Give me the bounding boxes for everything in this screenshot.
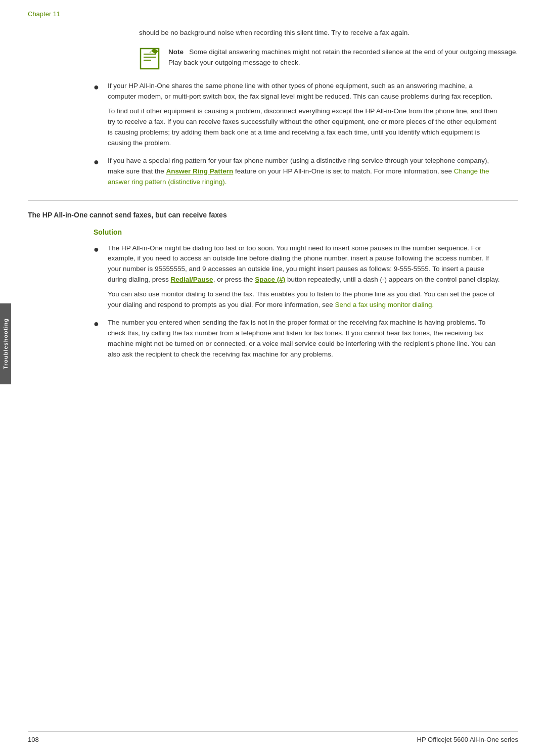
note-icon-wrap: [139, 47, 162, 72]
note-text: Note Some digital answering machines mig…: [168, 47, 518, 68]
solution-bullet2-text: The number you entered when sending the …: [108, 318, 502, 360]
note-icon: [139, 47, 162, 70]
page-footer: 108 HP Officejet 5600 All-in-One series: [28, 731, 518, 743]
solution-bullet1-para2: You can also use monitor dialing to send…: [108, 289, 502, 310]
solution-bullet-dot-1: ●: [94, 243, 104, 256]
bullet-item-2: ● If you have a special ring pattern for…: [94, 156, 518, 188]
bullet-section-2: ● If you have a special ring pattern for…: [28, 156, 518, 188]
bullet1-para1: If your HP All-in-One shares the same ph…: [108, 81, 502, 102]
solution-bullet-section-2: ● The number you entered when sending th…: [28, 318, 518, 360]
bullet-dot-1: ●: [94, 81, 104, 94]
solution-bullet-item-2: ● The number you entered when sending th…: [94, 318, 518, 360]
space-hash-link[interactable]: Space (#): [255, 276, 285, 283]
note-content: Some digital answering machines might no…: [168, 48, 518, 66]
bullet-section-1: ● If your HP All-in-One shares the same …: [28, 81, 518, 149]
footer-page-number: 108: [28, 736, 39, 743]
bullet-content-1: If your HP All-in-One shares the same ph…: [108, 81, 502, 149]
intro-text: should be no background noise when recor…: [139, 28, 518, 38]
solution-bullet-content-2: The number you entered when sending the …: [108, 318, 502, 360]
sidebar-tab: Troubleshooting: [0, 303, 11, 384]
solution-bullet-section-1: ● The HP All-in-One might be dialing too…: [28, 243, 518, 311]
svg-line-5: [150, 51, 151, 53]
solution-bullet-item-1: ● The HP All-in-One might be dialing too…: [94, 243, 518, 311]
sidebar-label: Troubleshooting: [3, 318, 9, 369]
note-label: Note: [168, 48, 184, 56]
section-heading: The HP All-in-One cannot send faxes, but…: [28, 211, 518, 219]
sb1-text2: , or press the: [213, 276, 255, 283]
footer-product-name: HP Officejet 5600 All-in-One series: [417, 736, 518, 743]
bullet-content-2: If you have a special ring pattern for y…: [108, 156, 502, 188]
bullet-item-1: ● If your HP All-in-One shares the same …: [94, 81, 518, 149]
solution-bullet1-para1: The HP All-in-One might be dialing too f…: [108, 243, 502, 286]
section-divider: [28, 200, 518, 201]
solution-heading: Solution: [94, 228, 518, 236]
bullet2-text2: feature on your HP All-in-One is set to …: [233, 167, 453, 175]
bullet2-text: If you have a special ring pattern for y…: [108, 156, 502, 188]
bullet-dot-2: ●: [94, 156, 104, 168]
solution-bullet-content-1: The HP All-in-One might be dialing too f…: [108, 243, 502, 311]
sb1-text3: button repeatedly, until a dash (-) appe…: [285, 276, 499, 283]
main-content: Chapter 11 should be no background noise…: [28, 0, 518, 397]
redial-pause-link[interactable]: Redial/Pause: [171, 276, 213, 283]
sb1-text4: You can also use monitor dialing to send…: [108, 290, 495, 308]
note-box: Note Some digital answering machines mig…: [139, 47, 518, 72]
monitor-dialing-link[interactable]: Send a fax using monitor dialing.: [335, 301, 434, 308]
solution-bullet-dot-2: ●: [94, 318, 104, 330]
bullet1-para2: To find out if other equipment is causin…: [108, 106, 502, 149]
answer-ring-pattern-link[interactable]: Answer Ring Pattern: [166, 167, 234, 175]
chapter-header: Chapter 11: [28, 10, 518, 18]
page-container: Troubleshooting Chapter 11 should be no …: [0, 0, 546, 756]
